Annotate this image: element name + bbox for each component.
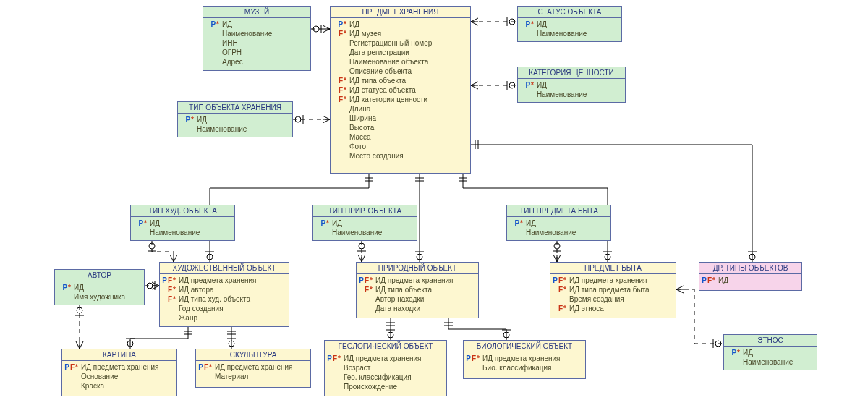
entity-attribute: F*ИД типа объекта: [359, 285, 475, 294]
entity-attribute: Жанр: [163, 313, 286, 323]
entity-attribute: Происхождение: [328, 382, 443, 391]
entity-obj_status: СТАТУС ОБЪЕКТАP*ИДНаименование: [517, 6, 622, 42]
entity-attribute: PF*ИД: [702, 276, 799, 285]
entity-attribute: P*ИД: [58, 283, 141, 292]
connector-home_item-ethnos: [676, 289, 723, 344]
entity-nat_object: ПРИРОДНЫЙ ОБЪЕКТPF*ИД предмета храненияF…: [356, 262, 479, 318]
entity-attribute: Наименование: [521, 90, 622, 99]
entity-attribute: Наименование: [206, 29, 307, 38]
entity-attribute: P*ИД: [727, 348, 814, 357]
entity-attribute: Год создания: [163, 304, 286, 313]
entity-attribute: F*ИД категории ценности: [333, 95, 467, 104]
entity-attribute: ИНН: [206, 38, 307, 48]
entity-title: ПРЕДМЕТ ХРАНЕНИЯ: [331, 7, 470, 18]
entity-attribute: PF*ИД предмета хранения: [359, 276, 475, 285]
entity-title: ТИП ХУД. ОБЪЕКТА: [131, 205, 234, 217]
entity-attribute: PF*ИД предмета хранения: [199, 362, 307, 372]
entity-attribute: F*ИД этноса: [553, 304, 673, 313]
entity-attribute: F*ИД музея: [333, 29, 467, 38]
entity-title: ПРЕДМЕТ БЫТА: [550, 263, 676, 274]
entity-attribute: ОГРН: [206, 48, 307, 57]
entity-attribute: Описание объекта: [333, 67, 467, 76]
entity-title: СКУЛЬПТУРА: [196, 349, 310, 361]
entity-ethnos: ЭТНОСP*ИДНаименование: [723, 334, 817, 370]
entity-title: МУЗЕЙ: [203, 7, 310, 18]
entity-attribute: F*ИД типа худ. объекта: [163, 294, 286, 304]
entity-attribute: Основание: [65, 372, 174, 381]
connector-storage_item-other_types: [471, 145, 752, 262]
entity-attribute: P*ИД: [316, 218, 414, 228]
entity-attribute: Длина: [333, 104, 467, 114]
entity-title: ТИП ПРИР. ОБЪЕКТА: [313, 205, 417, 217]
entity-bio_object: БИОЛОГИЧЕСКИЙ ОБЪЕКТPF*ИД предмета хране…: [463, 340, 586, 379]
entity-attribute: Ширина: [333, 114, 467, 123]
entity-attribute: F*ИД типа предмета быта: [553, 285, 673, 294]
entity-attribute: Био. классификация: [467, 363, 582, 373]
entity-home_item: ПРЕДМЕТ БЫТАPF*ИД предмета храненияF*ИД …: [550, 262, 676, 318]
entity-attribute: Гео. классификация: [328, 373, 443, 382]
entity-attribute: Время создания: [553, 294, 673, 304]
entity-title: ТИП ПРЕДМЕТА БЫТА: [507, 205, 610, 217]
entity-attribute: Высота: [333, 123, 467, 132]
connector-art_type-art_object: [152, 241, 174, 262]
entity-title: ГЕОЛОГИЧЕСКИЙ ОБЪЕКТ: [325, 341, 446, 352]
entity-attribute: Наименование: [727, 357, 814, 367]
connector-art_object-painting: [130, 327, 188, 349]
entity-attribute: Место создания: [333, 151, 467, 161]
entity-attribute: Автор находки: [359, 294, 475, 304]
entity-store_type: ТИП ОБЪЕКТА ХРАНЕНИЯP*ИДНаименование: [177, 101, 293, 137]
entity-title: ХУДОЖЕСТВЕННЫЙ ОБЪЕКТ: [160, 263, 289, 274]
entity-attribute: Наименование объекта: [333, 57, 467, 67]
entity-attribute: P*ИД: [206, 20, 307, 29]
entity-painting: КАРТИНАPF*ИД предмета храненияОснованиеК…: [61, 349, 177, 396]
entity-attribute: PF*ИД предмета хранения: [163, 276, 286, 285]
entity-attribute: P*ИД: [521, 80, 622, 90]
entity-attribute: Материал: [199, 372, 307, 381]
connector-nat_object-bio_object: [448, 318, 506, 340]
entity-nat_type: ТИП ПРИР. ОБЪЕКТАP*ИДНаименование: [312, 205, 417, 241]
entity-attribute: Имя художника: [58, 292, 141, 302]
entity-attribute: Регистрационный номер: [333, 38, 467, 48]
entity-attribute: F*ИД автора: [163, 285, 286, 294]
entity-attribute: Масса: [333, 132, 467, 142]
entity-attribute: Наименование: [181, 124, 289, 134]
entity-art_object: ХУДОЖЕСТВЕННЫЙ ОБЪЕКТPF*ИД предмета хран…: [159, 262, 289, 327]
entity-attribute: Адрес: [206, 57, 307, 67]
entity-attribute: Наименование: [134, 228, 231, 237]
entity-geo_object: ГЕОЛОГИЧЕСКИЙ ОБЪЕКТPF*ИД предмета хране…: [324, 340, 447, 396]
entity-title: ТИП ОБЪЕКТА ХРАНЕНИЯ: [178, 102, 292, 114]
entity-sculpture: СКУЛЬПТУРАPF*ИД предмета храненияМатериа…: [195, 349, 311, 388]
entity-museum: МУЗЕЙP*ИДНаименованиеИННОГРНАдрес: [203, 6, 311, 71]
entity-attribute: F*ИД типа объекта: [333, 76, 467, 85]
entity-title: БИОЛОГИЧЕСКИЙ ОБЪЕКТ: [464, 341, 585, 352]
entity-attribute: P*ИД: [134, 218, 231, 228]
entity-storage_item: ПРЕДМЕТ ХРАНЕНИЯP*ИДF*ИД музеяРегистраци…: [330, 6, 471, 174]
entity-title: КАТЕГОРИЯ ЦЕННОСТИ: [518, 67, 625, 79]
entity-attribute: Фото: [333, 142, 467, 151]
entity-attribute: P*ИД: [181, 115, 289, 124]
entity-attribute: P*ИД: [521, 20, 618, 29]
entity-attribute: Возраст: [328, 363, 443, 373]
entity-attribute: PF*ИД предмета хранения: [467, 354, 582, 363]
entity-attribute: Наименование: [521, 29, 618, 38]
entity-attribute: Наименование: [316, 228, 414, 237]
entity-attribute: PF*ИД предмета хранения: [328, 354, 443, 363]
entity-attribute: Наименование: [510, 228, 608, 237]
entity-attribute: Дата регистрации: [333, 48, 467, 57]
entity-attribute: PF*ИД предмета хранения: [65, 362, 174, 372]
entity-author: АВТОРP*ИДИмя художника: [54, 269, 145, 305]
entity-title: КАРТИНА: [62, 349, 176, 361]
entity-title: АВТОР: [55, 270, 144, 281]
entity-title: ПРИРОДНЫЙ ОБЪЕКТ: [357, 263, 478, 274]
entity-item_type: ТИП ПРЕДМЕТА БЫТАP*ИДНаименование: [506, 205, 611, 241]
entity-attribute: Краска: [65, 381, 174, 391]
entity-attribute: Дата находки: [359, 304, 475, 313]
entity-title: ДР. ТИПЫ ОБЪЕКТОВ: [699, 263, 801, 274]
entity-value_cat: КАТЕГОРИЯ ЦЕННОСТИP*ИДНаименование: [517, 67, 626, 103]
entity-art_type: ТИП ХУД. ОБЪЕКТАP*ИДНаименование: [130, 205, 235, 241]
entity-title: ЭТНОС: [724, 335, 817, 347]
entity-attribute: F*ИД статуса объекта: [333, 85, 467, 95]
entity-attribute: P*ИД: [333, 20, 467, 29]
entity-title: СТАТУС ОБЪЕКТА: [518, 7, 621, 18]
entity-attribute: PF*ИД предмета хранения: [553, 276, 673, 285]
